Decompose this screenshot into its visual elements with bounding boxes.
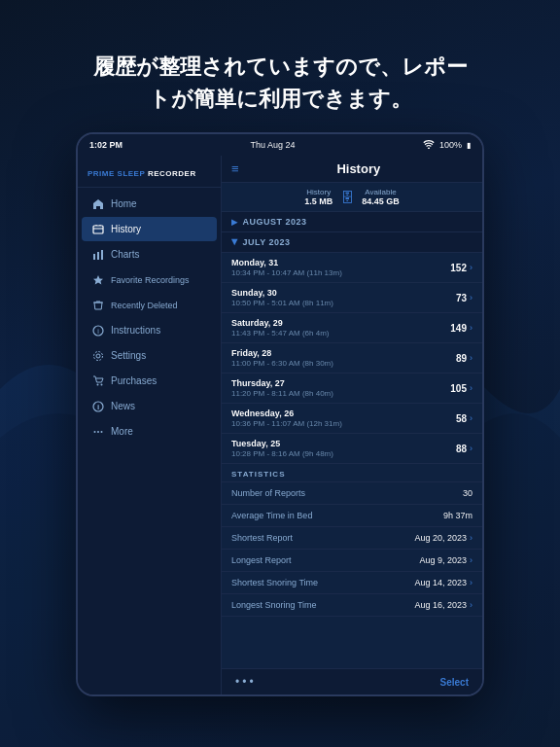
- stat-row-5[interactable]: Longest Snoring Time Aug 16, 2023 ›: [222, 594, 482, 617]
- stat-value-1: 9h 37m: [443, 511, 472, 520]
- available-value: 84.45 GB: [362, 196, 400, 206]
- stat-row-4[interactable]: Shortest Snoring Time Aug 14, 2023 ›: [222, 572, 482, 594]
- sidebar: PRIME SLEEP RECORDER Home History: [78, 156, 222, 694]
- july-time-6: 10:28 PM - 8:16 AM (9h 48m): [231, 449, 333, 458]
- brand: PRIME SLEEP RECORDER: [78, 156, 221, 188]
- sidebar-item-instructions[interactable]: i Instructions: [82, 318, 217, 342]
- august-chevron-icon: ▶: [231, 218, 238, 227]
- battery-icon: ▮: [467, 141, 471, 150]
- july-score-5: 58: [456, 413, 467, 424]
- history-value: 1.5 MB: [304, 196, 332, 206]
- charts-icon: [91, 248, 104, 261]
- bottom-dots[interactable]: •••: [235, 675, 257, 689]
- svg-rect-2: [97, 252, 99, 260]
- trash-icon: [91, 299, 104, 311]
- statistics-header: STATISTICS: [222, 464, 482, 482]
- july-time-4: 11:20 PM - 8:11 AM (8h 40m): [231, 389, 333, 398]
- july-label: JULY 2023: [243, 237, 291, 247]
- july-item-5[interactable]: Wednesday, 26 10:36 PM - 11:07 AM (12h 3…: [222, 404, 482, 434]
- stat-row-3[interactable]: Longest Report Aug 9, 2023 ›: [222, 550, 482, 572]
- july-item-4[interactable]: Thursday, 27 11:20 PM - 8:11 AM (8h 40m)…: [222, 374, 482, 404]
- july-day-6: Tuesday, 25: [231, 439, 333, 448]
- sidebar-item-favorite[interactable]: Favorite Recordings: [82, 267, 217, 292]
- stat-value-3: Aug 9, 2023: [419, 555, 467, 565]
- july-item-0[interactable]: Monday, 31 10:34 PM - 10:47 AM (11h 13m)…: [222, 253, 482, 283]
- scroll-area[interactable]: ▶ AUGUST 2023 ▶ JULY 2023 Monday, 31 10:…: [222, 212, 482, 668]
- arrow-icon-4: ›: [470, 383, 472, 393]
- stat-label-1: Average Time in Bed: [231, 511, 312, 520]
- august-label: AUGUST 2023: [243, 217, 307, 227]
- july-score-1: 73: [456, 293, 467, 303]
- main-content: ≡ History History 1.5 MB 🗄 Available 84.…: [222, 156, 482, 694]
- instructions-icon: i: [91, 324, 104, 337]
- sidebar-item-purchases[interactable]: Purchases: [82, 369, 217, 393]
- device-frame: 1:02 PM Thu Aug 24 100% ▮ PRIME SLEEP RE…: [76, 132, 484, 696]
- july-time-5: 10:36 PM - 11:07 AM (12h 31m): [231, 419, 342, 428]
- gear-icon: [91, 349, 104, 362]
- july-score-2: 149: [450, 323, 467, 334]
- july-item-1[interactable]: Sunday, 30 10:50 PM - 5:01 AM (8h 11m) 7…: [222, 283, 482, 313]
- svg-marker-4: [93, 275, 103, 285]
- sidebar-label-deleted: Recently Deleted: [111, 301, 178, 310]
- july-chevron-icon: ▶: [230, 239, 239, 246]
- sidebar-label-favorite: Favorite Recordings: [111, 275, 190, 285]
- sidebar-item-history[interactable]: History: [82, 217, 217, 241]
- arrow-icon-6: ›: [470, 444, 472, 453]
- sidebar-label-settings: Settings: [111, 350, 146, 361]
- svg-point-9: [96, 383, 98, 385]
- july-day-1: Sunday, 30: [231, 288, 333, 298]
- stat-arrow-3: ›: [470, 555, 472, 565]
- sidebar-item-settings[interactable]: Settings: [82, 343, 217, 368]
- svg-point-14: [97, 431, 99, 433]
- july-item-3[interactable]: Friday, 28 11:00 PM - 6:30 AM (8h 30m) 8…: [222, 343, 482, 374]
- brand-prefix: PRIME SLEEP: [88, 169, 145, 178]
- july-day-5: Wednesday, 26: [231, 409, 342, 418]
- svg-text:i: i: [97, 328, 99, 335]
- stat-value-0: 30: [463, 488, 472, 498]
- svg-rect-1: [93, 254, 95, 260]
- july-item-2[interactable]: Saturday, 29 11:43 PM - 5:47 AM (6h 4m) …: [222, 313, 482, 343]
- july-time-1: 10:50 PM - 5:01 AM (8h 11m): [231, 299, 333, 307]
- available-block: Available 84.45 GB: [362, 188, 400, 206]
- history-size-block: History 1.5 MB: [304, 188, 332, 206]
- sidebar-item-more[interactable]: More: [82, 419, 217, 444]
- sidebar-item-deleted[interactable]: Recently Deleted: [82, 293, 217, 317]
- july-day-3: Friday, 28: [231, 348, 333, 358]
- history-label: History: [306, 188, 331, 196]
- sidebar-item-charts[interactable]: Charts: [82, 242, 217, 267]
- select-button[interactable]: Select: [440, 677, 469, 688]
- august-scroll-track: ▶ AUGUST 2023 ▶ JULY 2023 Monday, 31 10:…: [222, 212, 482, 619]
- stat-arrow-4: ›: [470, 578, 472, 587]
- july-day-4: Thursday, 27: [231, 378, 333, 388]
- stat-row-2[interactable]: Shortest Report Aug 20, 2023 ›: [222, 527, 482, 550]
- stat-row-1: Average Time in Bed 9h 37m: [222, 505, 482, 527]
- star-icon: [91, 273, 104, 286]
- sidebar-nav: Home History Charts: [78, 188, 221, 694]
- svg-rect-0: [93, 226, 103, 233]
- july-time-0: 10:34 PM - 10:47 AM (11h 13m): [231, 268, 342, 277]
- history-icon: [91, 223, 104, 235]
- august-section-header[interactable]: ▶ AUGUST 2023: [222, 212, 482, 232]
- july-day-0: Monday, 31: [231, 258, 342, 267]
- stat-row-0: Number of Reports 30: [222, 482, 482, 505]
- july-time-2: 11:43 PM - 5:47 AM (6h 4m): [231, 329, 330, 338]
- sidebar-label-home: Home: [111, 198, 137, 209]
- july-item-6[interactable]: Tuesday, 25 10:28 PM - 8:16 AM (9h 48m) …: [222, 434, 482, 464]
- july-score-3: 89: [456, 353, 467, 364]
- sidebar-item-news[interactable]: i News: [82, 394, 217, 418]
- cart-icon: [91, 374, 104, 387]
- july-score-0: 152: [450, 263, 467, 273]
- page-heading: 履歴が整理されていますので、レポー トが簡単に利用できます。: [64, 51, 497, 115]
- wifi-icon: [423, 140, 435, 151]
- heading-line1: 履歴が整理されていますので、レポー: [93, 54, 468, 79]
- sidebar-item-home[interactable]: Home: [82, 192, 217, 216]
- svg-point-7: [96, 354, 100, 358]
- svg-point-8: [93, 351, 102, 360]
- sidebar-label-history: History: [111, 224, 141, 234]
- stat-label-0: Number of Reports: [231, 488, 305, 498]
- july-section-header[interactable]: ▶ JULY 2023: [222, 232, 482, 253]
- brand-suffix: RECORDER: [145, 169, 196, 178]
- july-score-6: 88: [456, 444, 467, 454]
- hamburger-icon[interactable]: ≡: [231, 161, 239, 176]
- available-label: Available: [365, 188, 396, 196]
